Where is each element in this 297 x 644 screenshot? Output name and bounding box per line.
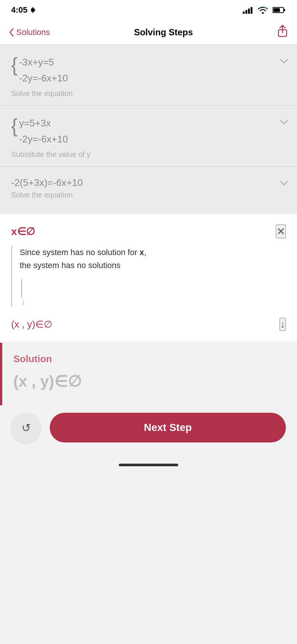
svg-rect-7 xyxy=(284,9,285,11)
chevron-down-3[interactable] xyxy=(280,178,288,188)
expand-button[interactable]: ↓ xyxy=(280,318,286,331)
eq-lines-1: -3x+y=5 -2y=-6x+10 xyxy=(19,55,68,86)
close-icon: ✕ xyxy=(277,226,285,237)
result-row: (x , y)∈∅ ↓ xyxy=(0,314,297,341)
solution-title: Solution xyxy=(13,353,286,365)
eq-line-2-1: y=5+3x xyxy=(19,116,68,131)
location-icon xyxy=(30,7,36,13)
back-button[interactable]: Solutions xyxy=(9,28,50,37)
home-indicator xyxy=(0,457,297,472)
no-solution-expression: x∈∅ xyxy=(11,225,35,238)
signal-icon xyxy=(243,6,253,14)
result-expression: (x , y)∈∅ xyxy=(11,319,52,330)
down-arrowhead: ↓ xyxy=(21,296,26,307)
solution-expression: (x , y)∈∅ xyxy=(13,372,286,390)
step-3: -2(5+3x)=-6x+10 Solve the equation xyxy=(0,167,297,207)
back-label: Solutions xyxy=(16,28,50,37)
step-2-label: Substitute the value of y xyxy=(11,150,286,159)
next-step-label: Next Step xyxy=(144,422,192,434)
main-panel: x∈∅ ✕ Since system has no solution for x… xyxy=(0,214,297,341)
svg-rect-1 xyxy=(245,10,247,14)
step-3-equation: -2(5+3x)=-6x+10 xyxy=(11,177,286,189)
solution-section: Solution (x , y)∈∅ xyxy=(0,343,297,405)
battery-icon xyxy=(272,7,286,13)
step-3-label: Solve the equation xyxy=(11,191,286,199)
close-button[interactable]: ✕ xyxy=(276,225,286,238)
step-1: { -3x+y=5 -2y=-6x+10 Solve the equation xyxy=(0,45,297,106)
reset-button[interactable]: ↺ xyxy=(11,413,41,442)
step-1-equation: { -3x+y=5 -2y=-6x+10 xyxy=(11,55,286,86)
arrow-line xyxy=(21,279,22,298)
brace-1: { xyxy=(11,55,17,74)
svg-point-4 xyxy=(262,12,264,14)
svg-rect-3 xyxy=(251,7,252,14)
brace-2: { xyxy=(11,116,17,135)
svg-rect-2 xyxy=(248,9,250,14)
svg-rect-8 xyxy=(273,8,280,12)
explanation-text: Since system has no solution for x, the … xyxy=(20,246,286,272)
step-2: { y=5+3x -2y=-6x+10 Substitute the value… xyxy=(0,106,297,167)
share-icon xyxy=(277,25,288,37)
wifi-icon xyxy=(258,6,268,14)
share-button[interactable] xyxy=(277,25,288,40)
nav-bar: Solutions Solving Steps xyxy=(0,20,297,45)
status-time: 4:05 xyxy=(11,5,36,15)
chevron-down-2[interactable] xyxy=(280,117,288,127)
chevron-down-1[interactable] xyxy=(280,57,288,66)
no-solution-row: x∈∅ ✕ xyxy=(0,214,297,242)
chevron-left-icon xyxy=(9,28,14,37)
step-1-label: Solve the equation xyxy=(11,89,286,98)
page-title: Solving Steps xyxy=(134,27,193,38)
reset-icon: ↺ xyxy=(22,421,31,434)
steps-section: { -3x+y=5 -2y=-6x+10 Solve the equation … xyxy=(0,45,297,214)
home-bar xyxy=(119,464,178,466)
eq-line-1-1: -3x+y=5 xyxy=(19,55,68,70)
status-bar: 4:05 xyxy=(0,0,297,20)
svg-point-5 xyxy=(265,7,267,9)
svg-rect-0 xyxy=(243,12,245,14)
status-icons xyxy=(243,6,286,14)
explanation-block: Since system has no solution for x, the … xyxy=(11,246,286,307)
eq-line-2-2: -2y=-6x+10 xyxy=(19,132,68,146)
next-step-button[interactable]: Next Step xyxy=(50,413,286,442)
bottom-bar: ↺ Next Step xyxy=(0,405,297,457)
eq-lines-2: y=5+3x -2y=-6x+10 xyxy=(19,116,68,146)
eq-line-1-2: -2y=-6x+10 xyxy=(19,71,68,86)
step-2-equation: { y=5+3x -2y=-6x+10 xyxy=(11,116,286,146)
